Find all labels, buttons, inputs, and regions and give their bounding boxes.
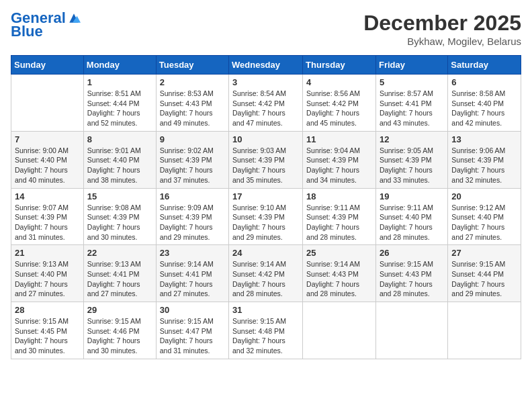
- calendar-cell: 13Sunrise: 9:06 AM Sunset: 4:39 PM Dayli…: [448, 131, 521, 188]
- day-info: Sunrise: 8:54 AM Sunset: 4:42 PM Dayligh…: [232, 89, 299, 128]
- day-info: Sunrise: 9:15 AM Sunset: 4:48 PM Dayligh…: [232, 316, 299, 356]
- day-info: Sunrise: 8:58 AM Sunset: 4:40 PM Dayligh…: [451, 89, 517, 128]
- calendar-cell: 20Sunrise: 9:12 AM Sunset: 4:40 PM Dayli…: [448, 188, 521, 245]
- day-number: 15: [87, 191, 152, 201]
- calendar-cell: 3Sunrise: 8:54 AM Sunset: 4:42 PM Daylig…: [229, 75, 303, 132]
- day-header-thursday: Thursday: [303, 56, 376, 75]
- day-number: 23: [160, 248, 225, 258]
- calendar-cell: 24Sunrise: 9:14 AM Sunset: 4:42 PM Dayli…: [229, 245, 303, 302]
- calendar-cell: 4Sunrise: 8:56 AM Sunset: 4:42 PM Daylig…: [303, 75, 376, 132]
- calendar-cell: 21Sunrise: 9:13 AM Sunset: 4:40 PM Dayli…: [11, 245, 84, 302]
- day-number: 10: [232, 134, 299, 144]
- day-header-saturday: Saturday: [448, 56, 521, 75]
- day-number: 12: [380, 134, 444, 144]
- calendar-cell: 25Sunrise: 9:14 AM Sunset: 4:43 PM Dayli…: [303, 245, 376, 302]
- month-title: December 2025: [363, 11, 521, 36]
- day-number: 26: [380, 248, 444, 258]
- calendar-week-4: 21Sunrise: 9:13 AM Sunset: 4:40 PM Dayli…: [11, 245, 521, 302]
- day-number: 24: [232, 248, 299, 258]
- day-info: Sunrise: 9:14 AM Sunset: 4:42 PM Dayligh…: [232, 259, 299, 299]
- day-info: Sunrise: 9:09 AM Sunset: 4:39 PM Dayligh…: [160, 203, 225, 242]
- day-number: 3: [232, 77, 299, 87]
- day-info: Sunrise: 9:08 AM Sunset: 4:39 PM Dayligh…: [87, 203, 152, 242]
- page-header: General Blue December 2025 Bykhaw, Mogil…: [11, 11, 521, 47]
- day-number: 20: [451, 191, 517, 201]
- day-info: Sunrise: 9:10 AM Sunset: 4:39 PM Dayligh…: [232, 203, 299, 242]
- calendar-cell: [303, 302, 376, 359]
- day-number: 31: [232, 305, 299, 315]
- day-number: 14: [15, 191, 80, 201]
- day-header-monday: Monday: [83, 56, 156, 75]
- calendar-cell: 29Sunrise: 9:15 AM Sunset: 4:46 PM Dayli…: [83, 302, 156, 359]
- day-info: Sunrise: 9:03 AM Sunset: 4:39 PM Dayligh…: [232, 146, 299, 185]
- day-number: 19: [380, 191, 444, 201]
- day-number: 8: [87, 134, 152, 144]
- day-info: Sunrise: 9:04 AM Sunset: 4:39 PM Dayligh…: [306, 146, 372, 185]
- day-header-friday: Friday: [375, 56, 447, 75]
- calendar-cell: 26Sunrise: 9:15 AM Sunset: 4:43 PM Dayli…: [375, 245, 447, 302]
- calendar-cell: 27Sunrise: 9:15 AM Sunset: 4:44 PM Dayli…: [448, 245, 521, 302]
- day-info: Sunrise: 9:11 AM Sunset: 4:40 PM Dayligh…: [380, 203, 444, 242]
- calendar-cell: 30Sunrise: 9:15 AM Sunset: 4:47 PM Dayli…: [156, 302, 228, 359]
- calendar-cell: 11Sunrise: 9:04 AM Sunset: 4:39 PM Dayli…: [303, 131, 376, 188]
- calendar-cell: 12Sunrise: 9:05 AM Sunset: 4:39 PM Dayli…: [375, 131, 447, 188]
- day-info: Sunrise: 8:53 AM Sunset: 4:43 PM Dayligh…: [160, 89, 225, 128]
- day-info: Sunrise: 9:14 AM Sunset: 4:41 PM Dayligh…: [160, 259, 225, 299]
- day-number: 28: [15, 305, 80, 315]
- day-number: 7: [15, 134, 80, 144]
- calendar-cell: [11, 75, 84, 132]
- day-info: Sunrise: 9:15 AM Sunset: 4:47 PM Dayligh…: [160, 316, 225, 356]
- day-number: 5: [380, 77, 444, 87]
- day-number: 25: [306, 248, 372, 258]
- calendar-cell: 14Sunrise: 9:07 AM Sunset: 4:39 PM Dayli…: [11, 188, 84, 245]
- day-number: 16: [160, 191, 225, 201]
- day-number: 30: [160, 305, 225, 315]
- day-number: 27: [451, 248, 517, 258]
- calendar-cell: 2Sunrise: 8:53 AM Sunset: 4:43 PM Daylig…: [156, 75, 228, 132]
- calendar-cell: 10Sunrise: 9:03 AM Sunset: 4:39 PM Dayli…: [229, 131, 303, 188]
- calendar-week-1: 1Sunrise: 8:51 AM Sunset: 4:44 PM Daylig…: [11, 75, 521, 132]
- calendar-cell: 7Sunrise: 9:00 AM Sunset: 4:40 PM Daylig…: [11, 131, 84, 188]
- calendar-body: 1Sunrise: 8:51 AM Sunset: 4:44 PM Daylig…: [11, 75, 521, 359]
- calendar-cell: [448, 302, 521, 359]
- day-header-wednesday: Wednesday: [229, 56, 303, 75]
- calendar-cell: 28Sunrise: 9:15 AM Sunset: 4:45 PM Dayli…: [11, 302, 84, 359]
- day-number: 22: [87, 248, 152, 258]
- title-block: December 2025 Bykhaw, Mogilev, Belarus: [363, 11, 521, 47]
- day-number: 11: [306, 134, 372, 144]
- calendar-cell: 6Sunrise: 8:58 AM Sunset: 4:40 PM Daylig…: [448, 75, 521, 132]
- day-info: Sunrise: 9:13 AM Sunset: 4:41 PM Dayligh…: [87, 259, 152, 299]
- calendar-cell: [375, 302, 447, 359]
- calendar-cell: 1Sunrise: 8:51 AM Sunset: 4:44 PM Daylig…: [83, 75, 156, 132]
- day-info: Sunrise: 9:15 AM Sunset: 4:43 PM Dayligh…: [380, 259, 444, 299]
- day-info: Sunrise: 9:00 AM Sunset: 4:40 PM Dayligh…: [15, 146, 80, 185]
- calendar-week-3: 14Sunrise: 9:07 AM Sunset: 4:39 PM Dayli…: [11, 188, 521, 245]
- day-number: 18: [306, 191, 372, 201]
- day-header-tuesday: Tuesday: [156, 56, 228, 75]
- day-number: 6: [451, 77, 517, 87]
- day-info: Sunrise: 9:15 AM Sunset: 4:44 PM Dayligh…: [451, 259, 517, 299]
- calendar-cell: 22Sunrise: 9:13 AM Sunset: 4:41 PM Dayli…: [83, 245, 156, 302]
- day-number: 29: [87, 305, 152, 315]
- calendar-cell: 23Sunrise: 9:14 AM Sunset: 4:41 PM Dayli…: [156, 245, 228, 302]
- logo: General Blue: [11, 11, 81, 40]
- calendar-week-2: 7Sunrise: 9:00 AM Sunset: 4:40 PM Daylig…: [11, 131, 521, 188]
- day-info: Sunrise: 9:13 AM Sunset: 4:40 PM Dayligh…: [15, 259, 80, 299]
- day-info: Sunrise: 8:56 AM Sunset: 4:42 PM Dayligh…: [306, 89, 372, 128]
- day-info: Sunrise: 9:15 AM Sunset: 4:45 PM Dayligh…: [15, 316, 80, 356]
- calendar-cell: 9Sunrise: 9:02 AM Sunset: 4:39 PM Daylig…: [156, 131, 228, 188]
- day-info: Sunrise: 9:05 AM Sunset: 4:39 PM Dayligh…: [380, 146, 444, 185]
- calendar-cell: 18Sunrise: 9:11 AM Sunset: 4:39 PM Dayli…: [303, 188, 376, 245]
- calendar-cell: 8Sunrise: 9:01 AM Sunset: 4:40 PM Daylig…: [83, 131, 156, 188]
- day-info: Sunrise: 9:06 AM Sunset: 4:39 PM Dayligh…: [451, 146, 517, 185]
- day-info: Sunrise: 9:07 AM Sunset: 4:39 PM Dayligh…: [15, 203, 80, 242]
- day-info: Sunrise: 8:51 AM Sunset: 4:44 PM Dayligh…: [87, 89, 152, 128]
- calendar-cell: 5Sunrise: 8:57 AM Sunset: 4:41 PM Daylig…: [375, 75, 447, 132]
- day-header-sunday: Sunday: [11, 56, 84, 75]
- calendar-cell: 19Sunrise: 9:11 AM Sunset: 4:40 PM Dayli…: [375, 188, 447, 245]
- day-info: Sunrise: 9:01 AM Sunset: 4:40 PM Dayligh…: [87, 146, 152, 185]
- day-info: Sunrise: 8:57 AM Sunset: 4:41 PM Dayligh…: [380, 89, 444, 128]
- calendar-cell: 16Sunrise: 9:09 AM Sunset: 4:39 PM Dayli…: [156, 188, 228, 245]
- day-info: Sunrise: 9:02 AM Sunset: 4:39 PM Dayligh…: [160, 146, 225, 185]
- day-number: 2: [160, 77, 225, 87]
